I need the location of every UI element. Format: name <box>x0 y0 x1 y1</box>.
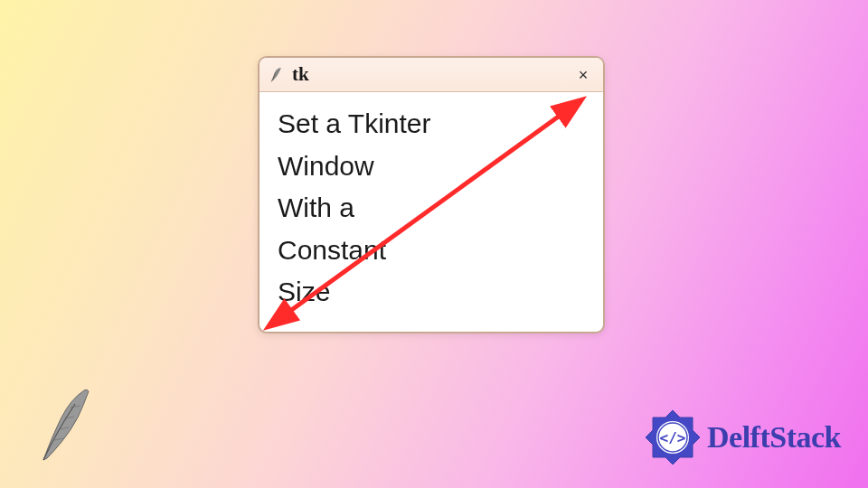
tkinter-window: tk × Set a Tkinter Window With a Constan… <box>258 56 605 333</box>
svg-text:</>: </> <box>660 429 686 446</box>
feather-decoration-icon <box>34 386 98 463</box>
window-titlebar[interactable]: tk × <box>259 58 603 92</box>
content-line: Constant <box>278 230 585 272</box>
content-line: With a <box>278 187 585 230</box>
window-title: tk <box>292 63 572 86</box>
logo-emblem-icon: </> <box>642 407 703 468</box>
close-button[interactable]: × <box>572 64 594 86</box>
window-content: Set a Tkinter Window With a Constant Siz… <box>259 92 603 332</box>
content-line: Set a Tkinter <box>278 103 585 145</box>
feather-icon <box>269 67 285 83</box>
brand-logo: </> DelftStack <box>642 407 841 468</box>
logo-text: DelftStack <box>707 420 841 455</box>
content-line: Window <box>278 145 585 188</box>
content-line: Size <box>278 271 585 314</box>
